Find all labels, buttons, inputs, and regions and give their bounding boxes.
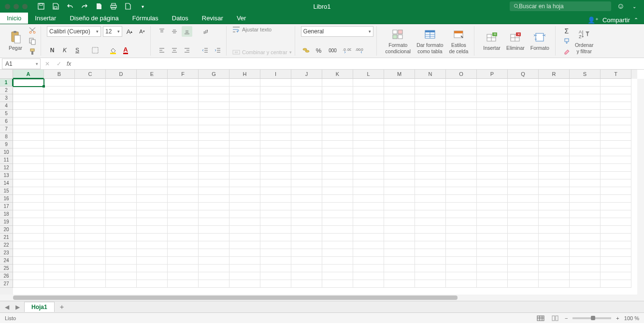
cell[interactable]: [44, 265, 75, 272]
cell[interactable]: [260, 79, 291, 87]
cell[interactable]: [75, 187, 106, 195]
cell[interactable]: [168, 87, 199, 94]
column-header[interactable]: B: [44, 70, 75, 79]
cell[interactable]: [137, 280, 168, 288]
cell[interactable]: [570, 102, 601, 110]
cell[interactable]: [75, 226, 106, 234]
cell[interactable]: [601, 234, 631, 241]
cell[interactable]: [601, 195, 631, 203]
cell[interactable]: [199, 79, 229, 87]
cell[interactable]: [384, 87, 415, 94]
cell[interactable]: [508, 280, 539, 288]
cell[interactable]: [539, 187, 570, 195]
cell[interactable]: [570, 87, 601, 94]
cell[interactable]: [477, 87, 508, 94]
cell[interactable]: [229, 218, 260, 226]
cell[interactable]: [384, 141, 415, 148]
cell[interactable]: [44, 148, 75, 156]
column-header[interactable]: C: [75, 70, 106, 79]
cell[interactable]: [322, 187, 353, 195]
cell[interactable]: [137, 195, 168, 203]
cell[interactable]: [353, 141, 384, 148]
row-header[interactable]: 7: [0, 125, 13, 133]
cell[interactable]: [601, 272, 631, 280]
cell[interactable]: [477, 172, 508, 179]
cell[interactable]: [291, 241, 322, 249]
cell[interactable]: [13, 118, 44, 125]
cell[interactable]: [415, 141, 446, 148]
fill-button[interactable]: [561, 36, 572, 45]
cell[interactable]: [44, 133, 75, 141]
cell[interactable]: [384, 187, 415, 195]
cell[interactable]: [477, 226, 508, 234]
cell[interactable]: [539, 280, 570, 288]
cell[interactable]: [13, 110, 44, 118]
hscroll-thumb[interactable]: [13, 295, 458, 300]
cell[interactable]: [199, 265, 229, 272]
cell[interactable]: [260, 118, 291, 125]
cell[interactable]: [199, 87, 229, 94]
cell[interactable]: [353, 187, 384, 195]
page-layout-view-button[interactable]: [550, 314, 560, 322]
search-input[interactable]: [519, 3, 607, 10]
increase-font-button[interactable]: A▴: [124, 26, 135, 37]
row-header[interactable]: 22: [0, 241, 13, 249]
cell[interactable]: [322, 94, 353, 102]
row-header[interactable]: 8: [0, 133, 13, 141]
cell[interactable]: [13, 94, 44, 102]
merge-center-button[interactable]: Combinar y centrar ▾: [232, 49, 292, 56]
cell[interactable]: [539, 164, 570, 172]
cell[interactable]: [601, 118, 631, 125]
cell[interactable]: [415, 179, 446, 187]
font-color-button[interactable]: A: [120, 45, 131, 56]
row-header[interactable]: 6: [0, 118, 13, 125]
cell[interactable]: [106, 164, 137, 172]
cell[interactable]: [291, 195, 322, 203]
cell[interactable]: [229, 102, 260, 110]
cell[interactable]: [168, 218, 199, 226]
cell[interactable]: [446, 249, 477, 257]
cell[interactable]: [44, 164, 75, 172]
close-window-icon[interactable]: [5, 4, 10, 9]
cell[interactable]: [13, 249, 44, 257]
align-right-button[interactable]: [182, 45, 192, 56]
cell[interactable]: [601, 133, 631, 141]
cell[interactable]: [601, 87, 631, 94]
cell[interactable]: [106, 102, 137, 110]
cell[interactable]: [415, 79, 446, 87]
cell[interactable]: [508, 141, 539, 148]
cell[interactable]: [75, 94, 106, 102]
cell[interactable]: [44, 272, 75, 280]
decrease-decimal-button[interactable]: .00.0: [354, 45, 365, 56]
cell[interactable]: [137, 257, 168, 265]
cell[interactable]: [13, 234, 44, 241]
cell[interactable]: [601, 265, 631, 272]
cell[interactable]: [75, 265, 106, 272]
borders-button[interactable]: [90, 45, 100, 56]
cell[interactable]: [539, 272, 570, 280]
cell[interactable]: [508, 156, 539, 164]
cell[interactable]: [384, 164, 415, 172]
column-header[interactable]: G: [199, 70, 229, 79]
cell[interactable]: [322, 272, 353, 280]
cell[interactable]: [106, 156, 137, 164]
row-header[interactable]: 2: [0, 87, 13, 94]
row-header[interactable]: 15: [0, 187, 13, 195]
cell[interactable]: [384, 172, 415, 179]
cell[interactable]: [415, 249, 446, 257]
cell[interactable]: [229, 110, 260, 118]
cell[interactable]: [137, 179, 168, 187]
cell[interactable]: [322, 87, 353, 94]
cell[interactable]: [477, 272, 508, 280]
cell[interactable]: [539, 102, 570, 110]
cell[interactable]: [570, 203, 601, 210]
cell[interactable]: [199, 110, 229, 118]
cell[interactable]: [446, 125, 477, 133]
cell[interactable]: [508, 257, 539, 265]
cell[interactable]: [199, 164, 229, 172]
cell[interactable]: [13, 210, 44, 218]
ribbon-options-icon[interactable]: ⌄: [630, 2, 638, 10]
cell[interactable]: [446, 94, 477, 102]
next-sheet-button[interactable]: ▶: [14, 303, 21, 311]
cell[interactable]: [539, 133, 570, 141]
